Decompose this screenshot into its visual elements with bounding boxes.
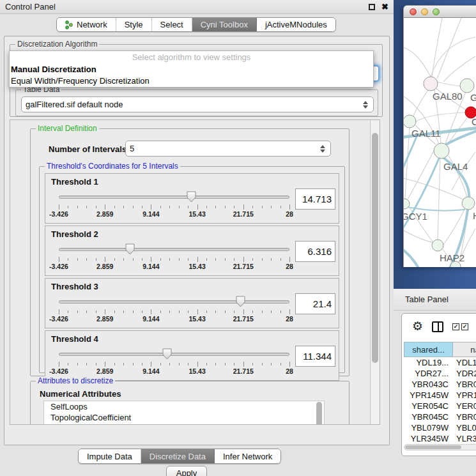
scrollbar-thumb[interactable] (405, 445, 461, 449)
float-window-icon[interactable] (369, 4, 375, 10)
thresholds-group: Threshold's Coordinates for 5 Intervals … (39, 166, 345, 373)
threshold-slider[interactable]: -3.4262.8599.14415.4321.71528 (59, 295, 289, 321)
slider-handle[interactable] (162, 348, 172, 360)
table-panel-title: Table Panel (405, 295, 449, 304)
tab-network[interactable]: Network (57, 18, 116, 31)
slider-track[interactable] (59, 248, 289, 251)
threshold-slider[interactable]: -3.4262.8599.14415.4321.71528 (59, 348, 289, 373)
network-canvas[interactable]: GAL80GACGAL11GAL4GCY1HHAP2 (403, 18, 476, 267)
threshold-value-field[interactable] (295, 293, 335, 314)
threshold-value-field[interactable] (295, 188, 335, 210)
gear-icon[interactable]: ⚙ (412, 321, 423, 332)
cell-shared-name: YPR145W (404, 390, 453, 401)
tab-cyni-toolbox[interactable]: Cyni Toolbox (192, 18, 257, 31)
attributes-group: Attributes to discretize Numerical Attri… (30, 381, 349, 424)
table-row[interactable]: YBR045CYBR0 (404, 411, 476, 422)
tab-impute-data[interactable]: Impute Data (79, 449, 141, 463)
slider-track[interactable] (59, 300, 289, 303)
close-traffic-light-icon[interactable] (410, 8, 417, 15)
threshold-block-1: Threshold 1-3.4262.8599.14415.4321.71528 (45, 173, 339, 224)
table-horizontal-scrollbar[interactable] (404, 444, 476, 450)
network-node-hap2[interactable] (432, 240, 443, 251)
table-row[interactable]: YPR145WYPR1 (404, 390, 476, 401)
combo-arrows-icon (320, 145, 326, 153)
attribute-list-item[interactable]: SelfLoops (44, 401, 324, 412)
table-data-combo[interactable]: galFiltered.sif default node (21, 96, 374, 112)
right-region: GAL80GACGAL11GAL4GCY1HHAP2 Table Panel ⚙… (394, 0, 476, 476)
tab-discretize-data[interactable]: Discretize Data (141, 449, 215, 463)
close-icon[interactable]: ✖ (381, 4, 388, 10)
network-node-gal80[interactable] (424, 77, 438, 91)
slider-tick-label: -3.426 (49, 315, 68, 323)
slider-tick-label: 21.715 (233, 210, 254, 218)
minimize-traffic-light-icon[interactable] (421, 8, 428, 15)
numerical-attributes-list[interactable]: SelfLoopsTopologicalCoefficientBetweenne… (43, 401, 325, 424)
network-node-gal4[interactable] (434, 143, 449, 158)
zoom-traffic-light-icon[interactable] (433, 8, 440, 15)
dropdown-prompt[interactable]: Select algorithm to view settings (10, 51, 373, 64)
slider-tick-label: 2.859 (96, 315, 113, 323)
attribute-list-item[interactable]: BetweennessCentrality (44, 423, 324, 424)
network-node-h[interactable] (462, 197, 475, 210)
cyni-toolbox-panel: Discretization Algorithm Table Data galF… (4, 36, 390, 445)
table-row[interactable]: YLR345WYLR3 (404, 433, 476, 443)
columns-icon[interactable] (432, 321, 443, 332)
threshold-slider[interactable]: -3.4262.8599.14415.4321.71528 (59, 243, 289, 268)
application-root: Control Panel ✖ Network Style Select Cyn… (0, 0, 476, 476)
column-header-name[interactable]: na (453, 342, 476, 357)
node-label: GAL11 (411, 128, 441, 139)
tab-infer-network[interactable]: Infer Network (215, 449, 280, 463)
threshold-value-field[interactable] (295, 241, 335, 262)
slider-tick-label: 2.859 (96, 210, 113, 218)
threshold-label: Threshold 1 (51, 177, 98, 187)
slider-tick-label: 15.43 (188, 315, 205, 323)
algorithm-dropdown-popup: Select algorithm to view settings Manual… (9, 50, 374, 88)
threshold-value-field[interactable] (295, 346, 335, 367)
num-intervals-value: 5 (130, 144, 134, 153)
slider-track[interactable] (59, 196, 289, 199)
slider-handle[interactable] (125, 243, 135, 255)
slider-handle[interactable] (236, 296, 245, 307)
network-icon (65, 20, 73, 29)
scrollbar-thumb[interactable] (372, 133, 378, 363)
list-scrollbar-thumb[interactable] (316, 402, 322, 424)
table-toolbar: ⚙ ✓ ✓ (402, 314, 476, 339)
slider-tick-label: 21.715 (233, 367, 254, 375)
column-header-shared-name[interactable]: shared... (404, 342, 453, 357)
table-row[interactable]: YDR27...YDR2 (404, 368, 476, 379)
table-panel-titlebar: Table Panel (394, 289, 476, 311)
apply-button[interactable]: Apply (166, 466, 207, 476)
num-intervals-combo[interactable]: 5 (125, 141, 331, 157)
slider-tick-label: 28 (286, 210, 293, 218)
dropdown-item-manual-discretization[interactable]: Manual Discretization (10, 64, 373, 75)
slider-handle[interactable] (187, 191, 196, 203)
slider-tick-label: -3.426 (49, 210, 68, 218)
table-row[interactable]: YBR043CYBR0 (404, 379, 476, 390)
network-node-gal11[interactable] (404, 115, 416, 128)
tab-jactivemnodules[interactable]: jActiveMNodules (257, 18, 335, 31)
table-row[interactable]: YBL079WYBL0 (404, 422, 476, 433)
tab-select[interactable]: Select (152, 18, 192, 31)
threshold-block-2: Threshold 2-3.4262.8599.14415.4321.71528 (45, 226, 339, 276)
checkbox-icon[interactable]: ✓ (461, 323, 468, 330)
cell-shared-name: YBL079W (404, 422, 453, 433)
network-window-titlebar[interactable] (403, 5, 476, 18)
slider-tick-label: 15.43 (188, 367, 205, 375)
table-row[interactable]: YDL19...YDL1 (404, 357, 476, 368)
threshold-block-3: Threshold 3-3.4262.8599.14415.4321.71528 (45, 278, 339, 328)
attribute-list-item[interactable]: TopologicalCoefficient (44, 412, 324, 423)
tab-style[interactable]: Style (116, 18, 152, 31)
cell-shared-name: YBR043C (404, 379, 453, 390)
settings-vertical-scrollbar[interactable] (370, 120, 380, 424)
table-panel-body: ⚙ ✓ ✓ shared... na YDL19...YDL1YDR27...Y… (394, 311, 476, 476)
dropdown-item-equal-width-frequency[interactable]: Equal Width/Frequency Discretization (10, 75, 373, 87)
slider-track[interactable] (59, 353, 289, 356)
cell-name: YER0 (453, 401, 476, 411)
network-view-window: GAL80GACGAL11GAL4GCY1HHAP2 (403, 5, 476, 267)
slider-tick-label: 21.715 (233, 315, 254, 323)
slider-tick-label: -3.426 (49, 367, 68, 375)
threshold-slider[interactable]: -3.4262.8599.14415.4321.71528 (59, 190, 289, 216)
table-row[interactable]: YER054CYER0 (404, 401, 476, 411)
bottom-tab-bar: Impute Data Discretize Data Infer Networ… (78, 449, 281, 464)
checkbox-icon[interactable]: ✓ (452, 323, 459, 330)
